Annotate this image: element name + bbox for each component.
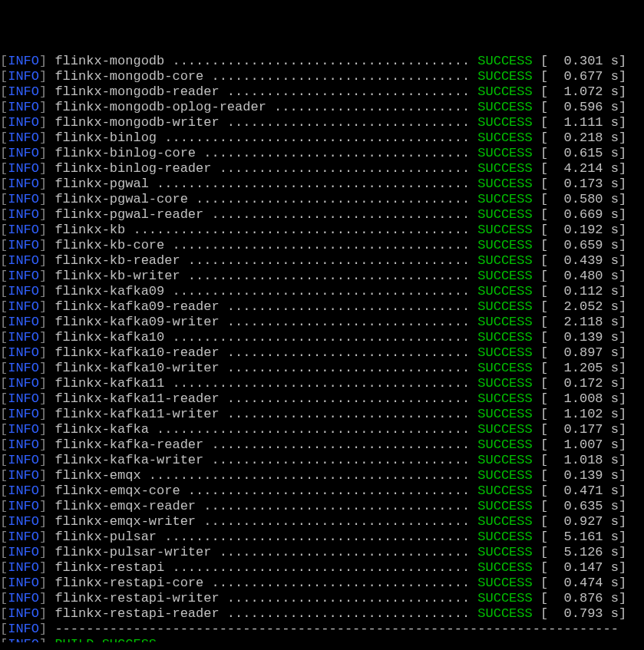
module-name: flinkx-mongodb-reader ..................…: [54, 84, 477, 99]
build-time: [ 0.927 s]: [533, 514, 626, 529]
build-time: [ 0.659 s]: [533, 238, 626, 252]
terminal-output: [INFO] flinkx-mongodb ..................…: [0, 54, 644, 642]
module-name: flinkx-kb ..............................…: [54, 223, 477, 237]
build-row: [INFO] flinkx-restapi-core .............…: [0, 576, 644, 591]
build-row: [INFO] flinkx-binlog ...................…: [0, 130, 644, 146]
status-label: SUCCESS: [477, 576, 532, 590]
build-row: [INFO] flinkx-pgwal-reader .............…: [0, 207, 644, 223]
build-row: [INFO] flinkx-kafka10-reader ...........…: [0, 345, 644, 361]
module-name: flinkx-pgwal-reader ....................…: [54, 207, 477, 222]
build-row: [INFO] flinkx-kafka11 ..................…: [0, 376, 644, 391]
module-name: flinkx-mongodb-oplog-reader ............…: [54, 100, 477, 114]
module-name: flinkx-kafka11-reader ..................…: [54, 391, 477, 406]
build-row: [INFO] flinkx-kafka09-reader ...........…: [0, 299, 644, 315]
build-time: [ 1.102 s]: [533, 407, 626, 421]
build-time: [ 0.147 s]: [533, 560, 626, 575]
build-row: [INFO] flinkx-restapi-reader ...........…: [0, 606, 644, 622]
build-row: [INFO] flinkx-mongodb-writer ...........…: [0, 115, 644, 130]
build-success: [INFO] BUILD SUCCESS: [0, 637, 644, 642]
status-label: SUCCESS: [477, 376, 532, 391]
build-row: [INFO] flinkx-binlog-core ..............…: [0, 146, 644, 161]
build-time: [ 0.139 s]: [533, 330, 626, 345]
module-name: flinkx-kb-reader .......................…: [54, 253, 477, 268]
module-name: flinkx-mongodb-writer ..................…: [54, 115, 477, 130]
module-name: flinkx-kb-writer .......................…: [54, 269, 477, 283]
build-row: [INFO] flinkx-emqx-core ................…: [0, 483, 644, 499]
module-name: flinkx-kafka09-writer ..................…: [54, 315, 477, 329]
module-name: flinkx-kafka09 .........................…: [54, 284, 477, 299]
separator: [INFO] ---------------------------------…: [0, 622, 644, 637]
status-label: SUCCESS: [477, 177, 532, 191]
build-row: [INFO] flinkx-emqx .....................…: [0, 468, 644, 483]
build-time: [ 0.615 s]: [533, 146, 626, 160]
status-label: SUCCESS: [477, 69, 532, 84]
module-name: flinkx-pgwal-core ......................…: [54, 192, 477, 206]
build-row: [INFO] flinkx-kafka-reader .............…: [0, 437, 644, 453]
module-name: flinkx-restapi-reader ..................…: [54, 606, 477, 621]
status-label: SUCCESS: [477, 591, 532, 605]
module-name: flinkx-kafka09-reader ..................…: [54, 299, 477, 314]
build-time: [ 0.192 s]: [533, 223, 626, 237]
build-row: [INFO] flinkx-pgwal ....................…: [0, 177, 644, 192]
build-row: [INFO] flinkx-mongodb-oplog-reader .....…: [0, 100, 644, 115]
status-label: SUCCESS: [477, 361, 532, 375]
module-name: flinkx-kafka11-writer ..................…: [54, 407, 477, 421]
build-row: [INFO] flinkx-kafka11-reader ...........…: [0, 391, 644, 407]
build-time: [ 0.897 s]: [533, 345, 626, 360]
build-row: [INFO] flinkx-kafka ....................…: [0, 422, 644, 437]
build-row: [INFO] flinkx-mongodb ..................…: [0, 54, 644, 69]
status-label: SUCCESS: [477, 499, 532, 513]
build-time: [ 0.876 s]: [533, 591, 626, 605]
module-name: flinkx-kafka10 .........................…: [54, 330, 477, 345]
build-row: [INFO] flinkx-binlog-reader ............…: [0, 161, 644, 177]
status-label: SUCCESS: [477, 161, 532, 176]
status-label: SUCCESS: [477, 545, 532, 559]
build-row: [INFO] flinkx-kb-writer ................…: [0, 269, 644, 284]
module-name: flinkx-binlog-reader ...................…: [54, 161, 477, 176]
status-label: SUCCESS: [477, 146, 532, 160]
build-time: [ 0.669 s]: [533, 207, 626, 222]
module-name: flinkx-kafka-reader ....................…: [54, 437, 477, 452]
build-time: [ 0.112 s]: [533, 284, 626, 299]
build-time: [ 1.111 s]: [533, 115, 626, 130]
build-row: [INFO] flinkx-emqx-writer ..............…: [0, 514, 644, 530]
build-time: [ 0.439 s]: [533, 253, 626, 268]
build-time: [ 0.580 s]: [533, 192, 626, 206]
status-label: SUCCESS: [477, 284, 532, 299]
build-row: [INFO] flinkx-restapi-writer ...........…: [0, 591, 644, 606]
module-name: flinkx-kafka ...........................…: [54, 422, 477, 437]
build-time: [ 4.214 s]: [533, 161, 626, 176]
build-time: [ 5.126 s]: [533, 545, 626, 559]
module-name: flinkx-emqx-reader .....................…: [54, 499, 477, 513]
build-row: [INFO] flinkx-kafka09 ..................…: [0, 284, 644, 299]
build-time: [ 0.677 s]: [533, 69, 626, 84]
status-label: SUCCESS: [477, 437, 532, 452]
status-label: SUCCESS: [477, 100, 532, 114]
build-time: [ 0.480 s]: [533, 269, 626, 283]
build-time: [ 2.052 s]: [533, 299, 626, 314]
build-row: [INFO] flinkx-pulsar ...................…: [0, 530, 644, 545]
module-name: flinkx-emqx-core .......................…: [54, 483, 477, 498]
status-label: SUCCESS: [477, 560, 532, 575]
build-row: [INFO] flinkx-kafka09-writer ...........…: [0, 315, 644, 330]
status-label: SUCCESS: [477, 207, 532, 222]
build-row: [INFO] flinkx-kb-core ..................…: [0, 238, 644, 253]
build-row: [INFO] flinkx-kafka10-writer ...........…: [0, 361, 644, 376]
build-time: [ 0.793 s]: [533, 606, 626, 621]
module-name: flinkx-pulsar ..........................…: [54, 530, 477, 544]
build-row: [INFO] flinkx-pgwal-core ...............…: [0, 192, 644, 207]
build-row: [INFO] flinkx-mongodb-reader ...........…: [0, 84, 644, 100]
build-row: [INFO] flinkx-restapi ..................…: [0, 560, 644, 576]
build-row: [INFO] flinkx-kafka11-writer ...........…: [0, 407, 644, 422]
status-label: SUCCESS: [477, 223, 532, 237]
build-time: [ 0.218 s]: [533, 130, 626, 145]
status-label: SUCCESS: [477, 299, 532, 314]
build-row: [INFO] flinkx-pulsar-writer ............…: [0, 545, 644, 560]
module-name: flinkx-kafka-writer ....................…: [54, 453, 477, 467]
build-time: [ 0.635 s]: [533, 499, 626, 513]
status-label: SUCCESS: [477, 468, 532, 483]
status-label: SUCCESS: [477, 391, 532, 406]
status-label: SUCCESS: [477, 530, 532, 544]
build-row: [INFO] flinkx-kafka10 ..................…: [0, 330, 644, 345]
build-time: [ 1.008 s]: [533, 391, 626, 406]
